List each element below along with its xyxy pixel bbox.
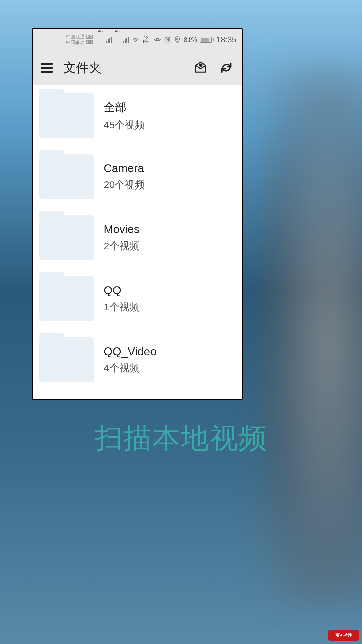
folder-name: QQ	[104, 284, 139, 297]
folder-count: 1个视频	[104, 300, 139, 314]
folder-count: 20个视频	[104, 178, 145, 192]
location-icon	[174, 36, 181, 43]
folder-name: QQ_Video	[104, 345, 157, 358]
background-blur	[261, 67, 362, 604]
folder-icon	[39, 215, 94, 260]
clock: 18:35	[216, 35, 236, 44]
folder-icon	[39, 154, 94, 199]
carrier-1: 中国联通	[66, 34, 85, 40]
hd-badge-2: HD	[86, 40, 93, 44]
app-header: 文件夹	[33, 50, 242, 85]
folder-icon	[39, 276, 94, 321]
svg-point-0	[135, 41, 136, 42]
battery-percent: 81%	[184, 36, 197, 44]
refresh-icon[interactable]	[219, 60, 234, 75]
list-item[interactable]: 全部 45个视频	[33, 85, 242, 146]
hd-badge-1: HD	[86, 35, 93, 39]
battery-icon	[200, 37, 214, 43]
svg-point-3	[177, 38, 178, 40]
folder-list[interactable]: 全部 45个视频 Camera 20个视频 Movies 2个视频 QQ 1个视…	[33, 85, 242, 390]
carrier-labels: 中国联通 HD 中国移动 HD	[66, 34, 93, 45]
watermark-badge: 宝●视频	[328, 630, 359, 641]
folder-name: Movies	[104, 223, 140, 236]
list-item[interactable]: QQ 1个视频	[33, 268, 242, 329]
signal-icon-1	[106, 37, 112, 43]
wifi-icon	[132, 36, 139, 43]
carrier-2: 中国移动	[66, 40, 85, 45]
list-item[interactable]: QQ_Video 4个视频	[33, 329, 242, 390]
folder-icon	[39, 93, 94, 138]
signal-icon-2	[123, 37, 129, 43]
favorite-mail-icon[interactable]	[193, 60, 208, 75]
folder-count: 4个视频	[104, 361, 157, 375]
list-item[interactable]: Camera 20个视频	[33, 146, 242, 207]
network-speed: 13 K/s	[143, 35, 149, 44]
folder-name: 全部	[104, 100, 145, 115]
nfc-icon	[164, 36, 171, 43]
folder-count: 45个视频	[104, 118, 145, 132]
eye-icon	[154, 36, 161, 43]
svg-point-1	[156, 39, 158, 41]
status-bar: 中国联通 HD 中国移动 HD 4G 4G 13 K/s	[33, 29, 242, 50]
folder-count: 2个视频	[104, 239, 140, 253]
folder-icon	[39, 337, 94, 382]
page-title: 文件夹	[63, 59, 183, 76]
list-item[interactable]: Movies 2个视频	[33, 207, 242, 268]
folder-name: Camera	[104, 162, 145, 175]
network-label-1: 4G	[98, 29, 103, 33]
menu-icon[interactable]	[41, 63, 53, 73]
network-label-2: 4G	[115, 29, 120, 33]
phone-mockup: 中国联通 HD 中国移动 HD 4G 4G 13 K/s	[32, 28, 243, 400]
promo-caption: 扫描本地视频	[0, 419, 362, 458]
